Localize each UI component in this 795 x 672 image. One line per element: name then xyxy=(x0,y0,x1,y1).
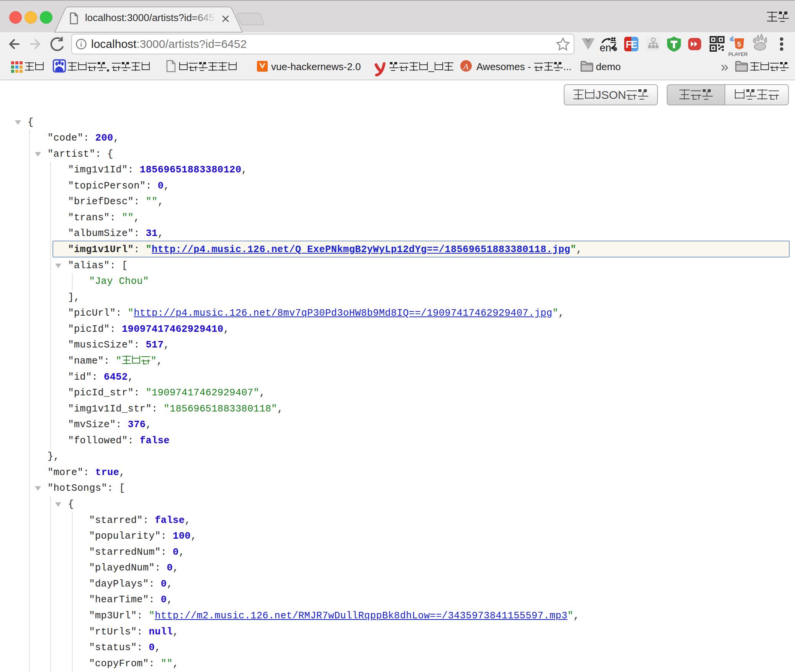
svg-text:A: A xyxy=(463,62,469,71)
svg-text:5: 5 xyxy=(737,41,741,48)
svg-text:PLAYER: PLAYER xyxy=(728,51,748,57)
svg-text:FE: FE xyxy=(626,39,637,50)
svg-text:en: en xyxy=(600,42,611,54)
